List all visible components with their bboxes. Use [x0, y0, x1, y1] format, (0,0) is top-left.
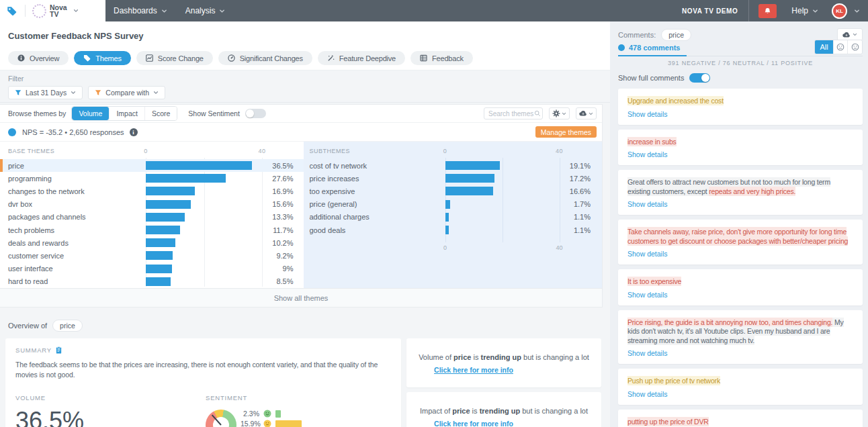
show-all-themes-button[interactable]: Show all themes — [0, 288, 602, 307]
bar[interactable] — [146, 161, 252, 170]
info-icon[interactable]: i — [130, 128, 138, 136]
theme-row[interactable]: user interface9% — [0, 263, 304, 275]
sentiment-summary-line: 391 NEGATIVE / 76 NEUTRAL / 11 POSITIVE — [618, 60, 863, 66]
comment-card: Great offers to attract new customers bu… — [618, 170, 863, 215]
theme-row[interactable]: changes to the network16.9% — [0, 185, 304, 197]
tab-feedback[interactable]: Feedback — [410, 51, 473, 65]
notifications-button[interactable] — [758, 4, 777, 18]
comments-dot — [618, 44, 625, 51]
show-full-comments-toggle[interactable] — [689, 73, 710, 83]
avatar[interactable]: KL — [832, 3, 847, 19]
tag-icon — [83, 54, 91, 62]
tab-score-change[interactable]: Score Change — [136, 51, 213, 65]
bar[interactable] — [146, 238, 175, 247]
theme-row[interactable]: hard to read8.5% — [0, 275, 304, 288]
main-content: Customer Feedback NPS Survey OverviewThe… — [0, 21, 610, 427]
show-sentiment-toggle[interactable] — [245, 109, 266, 118]
comments-count-tab[interactable]: 478 comments — [618, 44, 687, 56]
theme-row[interactable]: price36.5% — [0, 159, 304, 172]
chart-title: BASE THEMES — [8, 148, 54, 154]
search-icon — [534, 110, 541, 117]
base-themes-panel: BASE THEMES040price36.5%programming27.6%… — [0, 142, 304, 288]
comment-list: Upgrade and increased the costShow detai… — [618, 89, 863, 427]
filter-negative-button[interactable] — [834, 40, 848, 54]
funnel-icon — [95, 89, 101, 96]
show-details-link[interactable]: Show details — [627, 291, 853, 299]
manage-themes-button[interactable]: Manage themes — [535, 126, 597, 138]
menu-dashboards[interactable]: Dashboards — [114, 6, 167, 15]
comment-text: Push up the price of tv network — [627, 377, 853, 386]
comments-sidebar: Comments: price 478 comments All 391 NEG… — [610, 21, 868, 427]
chevron-down-icon — [153, 90, 159, 95]
tab-overview[interactable]: Overview — [8, 51, 69, 65]
bar[interactable] — [146, 174, 226, 183]
bar[interactable] — [445, 213, 449, 222]
show-details-link[interactable]: Show details — [627, 390, 853, 399]
neutral-face-icon — [851, 43, 859, 51]
bar[interactable] — [146, 187, 195, 195]
bar[interactable] — [146, 213, 185, 222]
subthemes-panel: SUBTHEMES040cost of tv network19.1%price… — [304, 142, 603, 288]
search-themes-box — [484, 107, 543, 120]
theme-row[interactable]: additional charges1.1% — [304, 211, 603, 224]
tab-feature-deepdive[interactable]: Feature Deepdive — [318, 51, 405, 65]
mode-score[interactable]: Score — [145, 107, 177, 120]
help-menu[interactable]: Help — [791, 6, 818, 15]
bar[interactable] — [146, 265, 172, 273]
bar[interactable] — [146, 251, 173, 260]
bar[interactable] — [445, 187, 493, 195]
theme-row[interactable]: price (general)1.7% — [304, 198, 603, 211]
tab-significant-changes[interactable]: Significant Changes — [218, 51, 312, 65]
theme-row[interactable]: programming27.6% — [0, 172, 304, 185]
export-button[interactable] — [576, 107, 597, 120]
mode-impact[interactable]: Impact — [110, 107, 145, 120]
search-themes-input[interactable] — [488, 110, 534, 117]
filter-neutral-button[interactable] — [848, 40, 862, 54]
funnel-icon — [15, 89, 21, 96]
insight-text: Impact of price is trending up but is ch… — [420, 406, 588, 416]
theme-row[interactable]: deals and rewards10.2% — [0, 236, 304, 249]
bar[interactable] — [445, 161, 500, 170]
theme-row[interactable]: tech problems11.7% — [0, 224, 304, 236]
account-caret-icon[interactable] — [854, 8, 860, 14]
theme-row[interactable]: good deals1.1% — [304, 224, 603, 236]
theme-row[interactable]: price increases17.2% — [304, 172, 603, 185]
menu-analysis[interactable]: Analysis — [185, 6, 226, 15]
bar[interactable] — [445, 226, 449, 234]
more-info-link[interactable]: Click here for more info — [434, 420, 513, 427]
theme-row[interactable]: packages and channels13.3% — [0, 211, 304, 224]
sentiment-filter-group: All — [814, 40, 863, 54]
compare-filter-button[interactable]: Compare with — [88, 86, 165, 99]
tab-themes[interactable]: Themes — [74, 51, 131, 65]
sentiment-legend: 2.3%15.9% — [241, 410, 302, 427]
cloud-download-icon — [842, 31, 851, 39]
more-info-link[interactable]: Click here for more info — [434, 366, 513, 374]
theme-row[interactable]: cost of tv network19.1% — [304, 159, 603, 172]
theme-row[interactable]: too expensive16.6% — [304, 185, 603, 197]
comment-card: Upgrade and increased the costShow detai… — [618, 89, 863, 125]
date-filter-button[interactable]: Last 31 Days — [8, 86, 83, 99]
show-details-link[interactable]: Show details — [627, 349, 853, 358]
nova-tv-logo — [32, 4, 46, 18]
theme-row[interactable]: customer service9.2% — [0, 249, 304, 262]
show-details-link[interactable]: Show details — [627, 200, 853, 209]
bar[interactable] — [146, 200, 191, 209]
settings-button[interactable] — [549, 107, 570, 120]
bar[interactable] — [445, 174, 494, 183]
bar[interactable] — [445, 200, 450, 209]
overview-theme-pill[interactable]: price — [52, 320, 83, 332]
mode-switch: VolumeImpactScore — [71, 106, 177, 121]
show-details-link[interactable]: Show details — [627, 250, 853, 258]
gauge-icon — [228, 54, 235, 62]
show-details-link[interactable]: Show details — [627, 150, 853, 159]
mode-volume[interactable]: Volume — [72, 107, 110, 120]
show-details-link[interactable]: Show details — [627, 110, 853, 119]
comments-theme-pill[interactable]: price — [661, 29, 691, 41]
bar[interactable] — [146, 277, 171, 286]
comment-text: Upgrade and increased the cost — [627, 97, 853, 106]
filter-all-button[interactable]: All — [815, 40, 834, 54]
theme-row[interactable]: dvr box15.6% — [0, 198, 304, 211]
workspace-caret-icon[interactable] — [73, 8, 79, 13]
bar[interactable] — [146, 226, 180, 234]
browse-row: Browse themes by VolumeImpactScore Show … — [0, 105, 602, 123]
